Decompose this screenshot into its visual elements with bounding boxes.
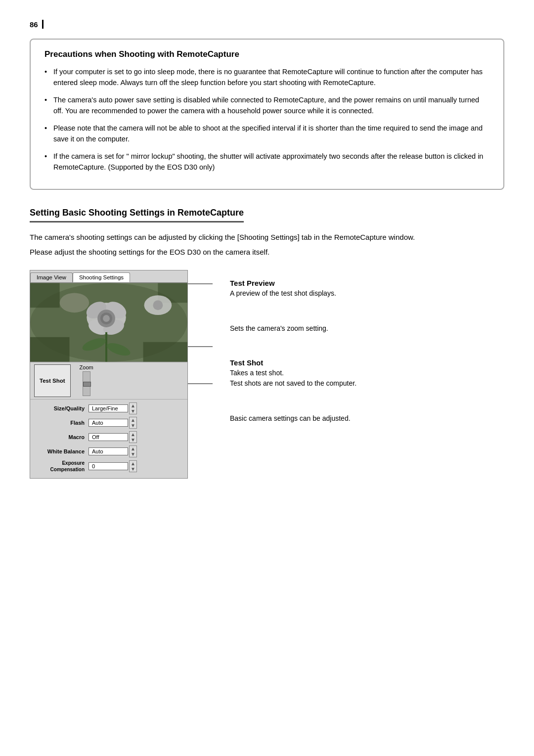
annotation-desc-zoom: Sets the camera's zoom setting.	[230, 323, 504, 334]
precaution-item-4: If the camera is set for " mirror lockup…	[44, 151, 490, 173]
annotation-test-preview: Test Preview A preview of the test shot …	[203, 279, 504, 299]
spinner-exposure[interactable]: ▲ ▼	[129, 460, 137, 472]
svg-point-13	[103, 315, 110, 322]
label-exposure: ExposureCompensation	[34, 460, 89, 473]
zoom-slider-track[interactable]	[83, 371, 90, 396]
spinner-size-quality[interactable]: ▲ ▼	[129, 402, 137, 414]
tab-image-view[interactable]: Image View	[30, 272, 73, 282]
test-shot-button[interactable]: Test Shot	[34, 364, 71, 397]
section-heading: Setting Basic Shooting Settings in Remot…	[30, 208, 504, 231]
window-tabs: Image View Shooting Settings	[30, 270, 187, 283]
svg-rect-4	[30, 337, 70, 362]
tab-shooting-settings[interactable]: Shooting Settings	[73, 272, 130, 282]
setting-row-macro: Macro Off ▲ ▼	[34, 431, 183, 443]
spinner-flash[interactable]: ▲ ▼	[129, 417, 137, 429]
window-content: Test Shot Zoom Size/Quality Large/Fine	[30, 283, 187, 478]
section-heading-text: Setting Basic Shooting Settings in Remot…	[30, 208, 244, 222]
preview-image	[30, 283, 187, 362]
annotation-camera-settings: Basic camera settings can be adjusted.	[203, 413, 504, 424]
annotations-area: Test Preview A preview of the test shot …	[188, 270, 504, 424]
label-white-balance: White Balance	[34, 448, 89, 454]
label-size-quality: Size/Quality	[34, 405, 89, 411]
value-size-quality: Large/Fine	[89, 404, 128, 412]
svg-point-18	[153, 300, 163, 310]
setting-row-exposure: ExposureCompensation 0 ▲ ▼	[34, 460, 183, 473]
annotation-zoom: Sets the camera's zoom setting.	[203, 323, 504, 334]
precautions-box: Precautions when Shooting with RemoteCap…	[30, 39, 504, 190]
annotation-desc-preview: A preview of the test shot displays.	[230, 288, 504, 299]
settings-rows: Size/Quality Large/Fine ▲ ▼ Flash Auto	[30, 399, 187, 478]
svg-rect-2	[30, 283, 60, 308]
precaution-item-1: If your computer is set to go into sleep…	[44, 66, 490, 89]
page-number-text: 86	[30, 20, 38, 29]
diagram-area: Image View Shooting Settings	[30, 270, 504, 479]
spinner-white-balance[interactable]: ▲ ▼	[129, 445, 137, 457]
value-flash: Auto	[89, 419, 128, 427]
zoom-label: Zoom	[80, 364, 93, 370]
zoom-slider-container: Zoom	[80, 364, 93, 397]
label-macro: Macro	[34, 434, 89, 440]
precautions-title: Precautions when Shooting with RemoteCap…	[44, 49, 490, 59]
value-macro: Off	[89, 433, 128, 441]
zoom-area: Test Shot Zoom	[30, 362, 187, 399]
setting-row-size-quality: Size/Quality Large/Fine ▲ ▼	[34, 402, 183, 414]
svg-rect-5	[143, 342, 187, 362]
remote-capture-window: Image View Shooting Settings	[30, 270, 188, 479]
zoom-slider-thumb[interactable]	[83, 382, 91, 387]
label-flash: Flash	[34, 420, 89, 426]
value-white-balance: Auto	[89, 447, 128, 455]
annotation-desc-testshot-1: Takes a test shot.	[230, 368, 504, 378]
value-exposure: 0	[89, 462, 128, 470]
annotation-desc-camera: Basic camera settings can be adjusted.	[230, 413, 504, 424]
precaution-item-2: The camera's auto power save setting is …	[44, 94, 490, 117]
annotation-title-testshot: Test Shot	[230, 358, 504, 367]
precautions-list: If your computer is set to go into sleep…	[44, 66, 490, 173]
setting-row-white-balance: White Balance Auto ▲ ▼	[34, 445, 183, 457]
page-number: 86	[30, 20, 504, 29]
annotation-test-shot: Test Shot Takes a test shot. Test shots …	[203, 358, 504, 389]
svg-point-19	[60, 293, 89, 312]
precaution-item-3: Please note that the camera will not be …	[44, 123, 490, 145]
setting-row-flash: Flash Auto ▲ ▼	[34, 417, 183, 429]
annotation-title-preview: Test Preview	[230, 279, 504, 287]
spinner-macro[interactable]: ▲ ▼	[129, 431, 137, 443]
preview-svg	[30, 283, 187, 362]
section-note: Please adjust the shooting settings for …	[30, 246, 504, 258]
annotation-desc-testshot-2: Test shots are not saved to the computer…	[230, 378, 504, 389]
section-intro: The camera's shooting settings can be ad…	[30, 231, 504, 243]
